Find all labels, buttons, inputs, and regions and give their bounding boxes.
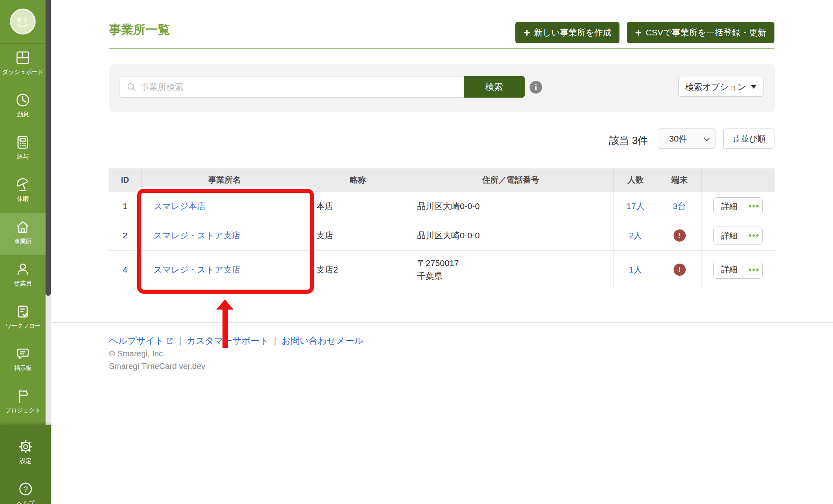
- table-row: 4 スマレジ・ストア支店 支店2 〒2750017 千葉県 1人 ! 詳細: [109, 250, 775, 289]
- version-text: Smaregi TimeCard ver.dev: [109, 362, 205, 371]
- search-button[interactable]: 検索: [464, 76, 525, 98]
- more-actions-button[interactable]: [745, 198, 762, 215]
- office-short-name: 支店: [308, 221, 408, 250]
- people-count-link[interactable]: 2人: [629, 231, 642, 240]
- umbrella-icon: [15, 176, 31, 194]
- table-row: 2 スマレジ・ストア支店 支店 品川区大崎0-0-0 2人 ! 詳細: [109, 221, 775, 250]
- col-header-address: 住所／電話番号: [408, 168, 613, 192]
- sidebar-item-help[interactable]: ? ヘルプ: [0, 475, 51, 504]
- help-site-label: ヘルプサイト: [109, 335, 164, 347]
- avatar-smiley-icon: [9, 8, 37, 35]
- create-office-button[interactable]: 新しい事業所を作成: [515, 22, 619, 43]
- sidebar-item-settings[interactable]: 設定: [0, 432, 51, 475]
- terminal-count-link[interactable]: 3台: [673, 201, 686, 211]
- person-icon: [15, 260, 31, 278]
- sidebar-item-board[interactable]: 掲示板: [0, 340, 46, 382]
- copyright-text: © Smaregi, Inc.: [109, 349, 165, 358]
- search-icon: [126, 82, 137, 92]
- app-window: ダッシュボード 勤怠: [0, 0, 833, 504]
- col-header-name: 事業所名: [141, 168, 308, 192]
- office-address-line2: 千葉県: [417, 271, 443, 281]
- search-options-label: 検索オプション: [685, 81, 746, 93]
- sidebar-item-workflow[interactable]: ワークフロー: [0, 297, 46, 340]
- office-name-link[interactable]: スマレジ・ストア支店: [154, 265, 240, 274]
- plus-icon: [635, 29, 642, 36]
- gear-icon: [17, 438, 34, 456]
- detail-button[interactable]: 詳細: [714, 261, 745, 278]
- page-title: 事業所一覧: [109, 22, 170, 38]
- sidebar-item-label: 設定: [20, 457, 31, 465]
- sidebar: ダッシュボード 勤怠: [0, 0, 46, 425]
- col-header-shortname: 略称: [308, 168, 408, 192]
- office-address: 〒2750017: [417, 258, 459, 268]
- clock-icon: [15, 91, 31, 109]
- customer-support-link[interactable]: カスタマーサポート: [187, 335, 269, 347]
- detail-button[interactable]: 詳細: [714, 227, 745, 244]
- terminal-alert-icon: !: [674, 229, 686, 242]
- dashboard-icon: [15, 49, 31, 67]
- sidebar-item-label: ダッシュボード: [2, 68, 44, 76]
- sort-order-label: 並び順: [741, 133, 765, 144]
- office-search-input[interactable]: [137, 76, 464, 97]
- external-link-icon: [166, 337, 174, 345]
- sidebar-item-offices[interactable]: 事業所: [0, 213, 46, 255]
- people-count-link[interactable]: 17人: [626, 201, 644, 211]
- sort-order-button[interactable]: ↓ 19 並び順: [723, 129, 774, 149]
- help-icon: ?: [17, 480, 34, 498]
- sidebar-item-label: 掲示板: [14, 364, 32, 372]
- col-header-actions: [701, 168, 775, 192]
- table-header-row: ID 事業所名 略称 住所／電話番号 人数 端末: [109, 168, 775, 192]
- office-address: 品川区大崎0-0-0: [417, 201, 480, 211]
- col-header-id: ID: [109, 168, 141, 192]
- office-address: 品川区大崎0-0-0: [417, 231, 480, 240]
- detail-button[interactable]: 詳細: [714, 198, 745, 215]
- people-count-link[interactable]: 1人: [629, 265, 642, 274]
- search-box: [120, 76, 464, 98]
- sidebar-scrollbar-thumb[interactable]: [46, 0, 51, 296]
- more-actions-button[interactable]: [745, 261, 762, 278]
- row-actions: 詳細: [713, 197, 763, 215]
- user-avatar[interactable]: [0, 0, 46, 44]
- sidebar-item-payroll[interactable]: 給与: [0, 128, 46, 170]
- sidebar-scrollbar-track: [46, 0, 51, 425]
- search-options-button[interactable]: 検索オプション: [678, 77, 763, 97]
- svg-text:?: ?: [23, 485, 28, 493]
- sidebar-item-label: プロジェクト: [5, 407, 40, 415]
- per-page-select[interactable]: 30件: [658, 129, 715, 149]
- sidebar-item-project[interactable]: プロジェクト: [0, 382, 46, 424]
- annotation-arrow-head: [216, 299, 233, 310]
- search-panel: 検索 i 検索オプション: [109, 64, 775, 112]
- link-separator: |: [274, 336, 276, 346]
- sidebar-item-dashboard[interactable]: ダッシュボード: [0, 44, 46, 86]
- row-actions: 詳細: [713, 261, 763, 279]
- sidebar-item-attendance[interactable]: 勤怠: [0, 86, 46, 128]
- help-site-link[interactable]: ヘルプサイト: [109, 335, 174, 347]
- sidebar-item-employees[interactable]: 従業員: [0, 255, 46, 297]
- csv-bulk-register-label: CSVで事業所を一括登録・更新: [645, 27, 766, 38]
- caret-down-icon: [751, 85, 757, 89]
- more-actions-button[interactable]: [745, 227, 762, 244]
- chevron-down-icon: [704, 135, 710, 141]
- footer-links: ヘルプサイト | カスタマーサポート | お問い合わせメール: [109, 335, 363, 347]
- sidebar-bottom-section: 設定 ? ヘルプ: [0, 425, 51, 504]
- office-name-link[interactable]: スマレジ・ストア支店: [154, 231, 240, 240]
- office-id: 2: [109, 221, 141, 250]
- csv-bulk-register-button[interactable]: CSVで事業所を一括登録・更新: [627, 22, 774, 43]
- office-name-link[interactable]: スマレジ本店: [154, 201, 206, 211]
- office-short-name: 本店: [308, 192, 408, 221]
- content-divider: [51, 322, 833, 323]
- office-short-name: 支店2: [308, 250, 408, 289]
- info-icon[interactable]: i: [530, 81, 542, 94]
- numeric-sort-icon: ↓ 19: [732, 135, 739, 143]
- contact-mail-link[interactable]: お問い合わせメール: [281, 335, 363, 347]
- board-icon: [15, 345, 31, 363]
- title-underline: [109, 48, 774, 49]
- create-office-label: 新しい事業所を作成: [534, 27, 611, 38]
- home-icon: [15, 218, 31, 236]
- terminal-alert-icon: !: [674, 264, 686, 276]
- office-id: 4: [109, 250, 141, 289]
- sidebar-item-label: 勤怠: [17, 111, 28, 118]
- link-separator: |: [179, 336, 181, 346]
- calculator-icon: [15, 133, 31, 151]
- sidebar-item-vacation[interactable]: 休暇: [0, 170, 46, 213]
